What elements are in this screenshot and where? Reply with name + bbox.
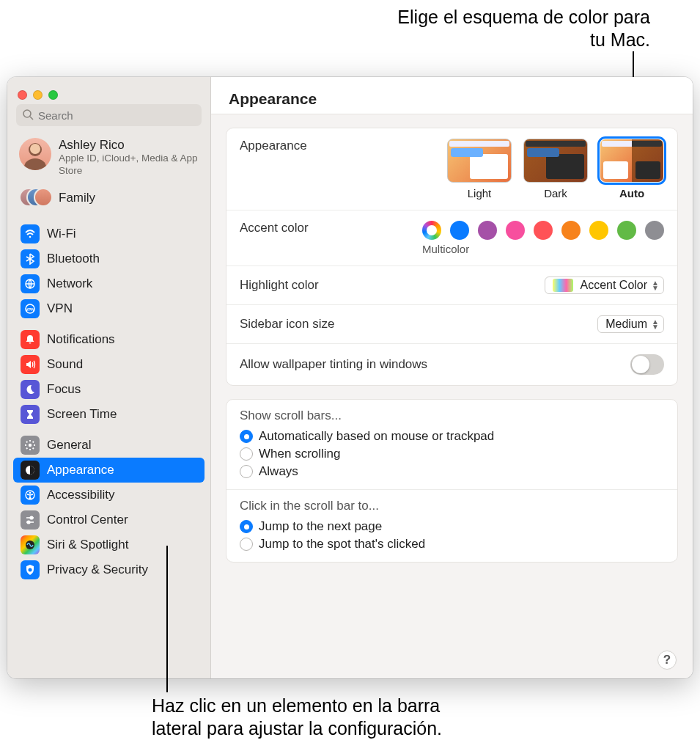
- scrollbars-option-label: Automatically based on mouse or trackpad: [259, 429, 494, 444]
- zoom-button[interactable]: [48, 90, 58, 100]
- search-wrap: [7, 104, 210, 133]
- network-icon: [21, 274, 40, 293]
- sidebar-item-label: Accessibility: [47, 488, 115, 502]
- account-item[interactable]: Ashley Rico Apple ID, iCloud+, Media & A…: [7, 133, 210, 183]
- sidebar-item-label: Focus: [47, 382, 81, 397]
- sidebar-item-focus[interactable]: Focus: [13, 377, 205, 402]
- highlight-popup[interactable]: Accent Color ▲▼: [545, 276, 665, 294]
- accent-swatch[interactable]: [589, 221, 608, 240]
- highlight-swatch-icon: [553, 279, 573, 292]
- scrollbars-title: Show scroll bars...: [240, 409, 664, 423]
- wifi-icon: [21, 224, 40, 243]
- settings-window: Ashley Rico Apple ID, iCloud+, Media & A…: [7, 77, 693, 678]
- svg-point-18: [29, 568, 32, 571]
- scrollbars-option[interactable]: Always: [240, 463, 664, 480]
- radio-icon: [240, 430, 253, 443]
- svg-line-1: [30, 117, 33, 120]
- sidebar-item-label: Network: [47, 276, 92, 291]
- sidebar-item-network[interactable]: Network: [13, 271, 205, 296]
- gear-icon: [21, 436, 40, 455]
- accent-swatch[interactable]: [506, 221, 525, 240]
- sidebar-item-wi-fi[interactable]: Wi-Fi: [13, 221, 205, 246]
- search-icon: [22, 109, 34, 124]
- sidebar-item-appearance[interactable]: Appearance: [13, 458, 205, 483]
- sidebar-item-label: Siri & Spotlight: [47, 538, 129, 552]
- sidebar-item-label: VPN: [47, 301, 73, 316]
- tinting-label: Allow wallpaper tinting in windows: [240, 357, 427, 372]
- sidebar-item-label: General: [47, 438, 91, 453]
- accent-swatch[interactable]: [617, 221, 636, 240]
- vpn-icon: VPN: [21, 299, 40, 318]
- hourglass-icon: [21, 405, 40, 424]
- accent-swatch[interactable]: [645, 221, 664, 240]
- click-scroll-option[interactable]: Jump to the next page: [240, 518, 664, 535]
- siri-icon: [21, 535, 40, 554]
- close-button[interactable]: [18, 90, 27, 100]
- scrollbars-option[interactable]: When scrolling: [240, 445, 664, 463]
- accent-swatch[interactable]: [422, 221, 441, 240]
- content-footer: ?: [211, 651, 693, 678]
- sidebar-item-general[interactable]: General: [13, 433, 205, 458]
- tinting-switch[interactable]: [630, 354, 664, 375]
- accent-swatch[interactable]: [561, 221, 581, 240]
- content: Appearance Appearance LightDarkAuto Acce…: [211, 77, 693, 678]
- sidebar-item-sound[interactable]: Sound: [13, 352, 205, 377]
- click-scroll-option-label: Jump to the spot that's clicked: [259, 537, 425, 552]
- svg-point-9: [29, 444, 32, 447]
- panel-scroll: Show scroll bars... Automatically based …: [226, 399, 678, 563]
- appearance-options: LightDarkAuto: [447, 139, 664, 199]
- minimize-button[interactable]: [33, 90, 43, 100]
- sidebar-icon-size-label: Sidebar icon size: [240, 317, 334, 331]
- bell-icon: [21, 330, 40, 349]
- sidebar-item-accessibility[interactable]: Accessibility: [13, 483, 205, 508]
- sidebar-item-vpn[interactable]: VPNVPN: [13, 296, 205, 321]
- svg-point-3: [24, 158, 46, 170]
- accent-selected-label: Multicolor: [422, 243, 469, 255]
- sidebar-item-label: Screen Time: [47, 407, 117, 422]
- sidebar-item-label: Notifications: [47, 332, 115, 347]
- click-scroll-option-label: Jump to the next page: [259, 519, 382, 534]
- accent-label: Accent color: [240, 221, 309, 235]
- sidebar-item-screen-time[interactable]: Screen Time: [13, 402, 205, 427]
- privacy-icon: [21, 560, 40, 579]
- sidebar-icon-size-popup[interactable]: Medium ▲▼: [597, 315, 664, 333]
- moon-icon: [21, 380, 40, 399]
- content-body: Appearance LightDarkAuto Accent color Mu…: [211, 114, 693, 651]
- sidebar-item-label: Appearance: [47, 463, 114, 477]
- appearance-option-light[interactable]: Light: [447, 139, 512, 199]
- account-sub: Apple ID, iCloud+, Media & App Store: [59, 153, 199, 177]
- accent-row: Multicolor: [422, 221, 664, 255]
- scrollbars-option[interactable]: Automatically based on mouse or trackpad: [240, 428, 664, 445]
- sidebar-item-privacy-security[interactable]: Privacy & Security: [13, 557, 205, 582]
- accent-swatch[interactable]: [534, 221, 553, 240]
- appearance-option-label: Auto: [600, 187, 664, 199]
- search-input[interactable]: [16, 104, 202, 126]
- sidebar-item-siri-spotlight[interactable]: Siri & Spotlight: [13, 532, 205, 557]
- accessibility-icon: [21, 486, 40, 505]
- appearance-option-auto[interactable]: Auto: [600, 139, 664, 199]
- sidebar-item-bluetooth[interactable]: Bluetooth: [13, 246, 205, 271]
- click-scroll-option[interactable]: Jump to the spot that's clicked: [240, 535, 664, 553]
- svg-point-12: [29, 491, 32, 494]
- sidebar-item-notifications[interactable]: Notifications: [13, 327, 205, 352]
- appearance-thumb: [447, 139, 512, 183]
- appearance-icon: [21, 461, 40, 480]
- sidebar-item-control-center[interactable]: Control Center: [13, 508, 205, 532]
- accent-swatch[interactable]: [450, 221, 469, 240]
- appearance-option-label: Light: [447, 187, 512, 199]
- help-button[interactable]: ?: [657, 651, 677, 670]
- avatar: [19, 138, 51, 170]
- radio-icon: [240, 538, 253, 551]
- sidebar-item-label: Privacy & Security: [47, 563, 148, 577]
- highlight-value: Accent Color: [581, 279, 648, 292]
- sidebar-item-label: Sound: [47, 357, 83, 372]
- appearance-thumb: [523, 139, 588, 183]
- family-item[interactable]: Family: [7, 183, 210, 219]
- sidebar-icon-size-value: Medium: [605, 318, 647, 331]
- chevron-updown-icon: ▲▼: [652, 280, 659, 290]
- appearance-option-dark[interactable]: Dark: [523, 139, 588, 199]
- svg-point-16: [27, 521, 30, 524]
- accent-swatches: [422, 221, 664, 240]
- account-text: Ashley Rico Apple ID, iCloud+, Media & A…: [59, 138, 199, 177]
- accent-swatch[interactable]: [478, 221, 497, 240]
